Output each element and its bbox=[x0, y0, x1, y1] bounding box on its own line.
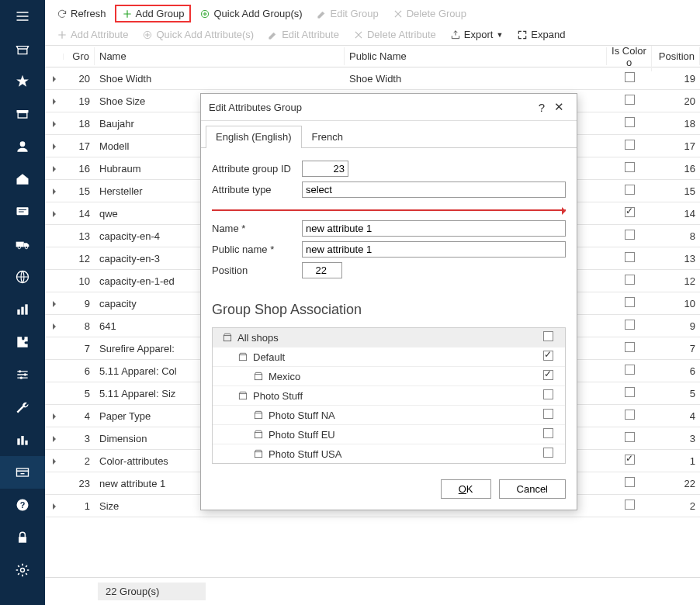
svg-rect-30 bbox=[255, 433, 262, 438]
shop-row[interactable]: All shops bbox=[213, 328, 565, 347]
wrench-icon[interactable] bbox=[0, 391, 45, 424]
expand-chevron-icon[interactable] bbox=[45, 208, 64, 220]
input-public-name[interactable] bbox=[302, 241, 566, 258]
user-icon[interactable] bbox=[0, 130, 45, 163]
cell-iscolor[interactable] bbox=[607, 275, 652, 287]
cell-iscolor[interactable] bbox=[607, 140, 652, 152]
shop-row[interactable]: Photo Stuff bbox=[213, 386, 565, 406]
cell-iscolor[interactable] bbox=[607, 207, 652, 220]
chart2-icon[interactable] bbox=[0, 424, 45, 456]
col-iscolor[interactable]: Is Color o bbox=[607, 46, 652, 71]
drawer-icon[interactable] bbox=[0, 456, 45, 489]
cell-iscolor[interactable] bbox=[607, 432, 652, 444]
cell-iscolor[interactable] bbox=[607, 72, 652, 85]
gear-icon[interactable] bbox=[0, 554, 45, 586]
col-gro[interactable]: Gro bbox=[64, 47, 95, 65]
cell-iscolor[interactable] bbox=[607, 297, 652, 309]
store-icon[interactable] bbox=[0, 33, 45, 65]
shop-checkbox[interactable] bbox=[537, 448, 559, 460]
star-icon[interactable] bbox=[0, 65, 45, 98]
refresh-label: Refresh bbox=[71, 8, 106, 19]
add-group-button[interactable]: Add Group bbox=[115, 5, 192, 22]
col-name[interactable]: Name bbox=[95, 47, 345, 65]
chart-icon[interactable] bbox=[0, 293, 45, 326]
cell-iscolor[interactable] bbox=[607, 252, 652, 264]
lock-icon[interactable] bbox=[0, 521, 45, 554]
shop-row[interactable]: Photo Stuff EU bbox=[213, 425, 565, 444]
expand-chevron-icon[interactable] bbox=[45, 320, 64, 332]
select-attr-type[interactable]: select bbox=[302, 182, 566, 198]
cell-iscolor[interactable] bbox=[607, 500, 652, 512]
shop-label-text: Default bbox=[253, 351, 285, 363]
cell-iscolor[interactable] bbox=[607, 185, 652, 197]
shop-row[interactable]: Default bbox=[213, 347, 565, 367]
ok-button[interactable]: OK bbox=[441, 479, 491, 499]
menu-icon[interactable] bbox=[0, 0, 45, 33]
cell-id: 10 bbox=[64, 275, 95, 287]
cell-iscolor[interactable] bbox=[607, 162, 652, 175]
cell-iscolor[interactable] bbox=[607, 230, 652, 242]
export-button[interactable]: Export ▼ bbox=[445, 26, 509, 43]
truck-icon[interactable] bbox=[0, 228, 45, 261]
expand-chevron-icon[interactable] bbox=[45, 73, 64, 85]
edit-group-button: Edit Group bbox=[311, 5, 384, 22]
cell-iscolor[interactable] bbox=[607, 365, 652, 377]
puzzle-icon[interactable] bbox=[0, 326, 45, 358]
col-position[interactable]: Position bbox=[652, 47, 700, 65]
expand-chevron-icon[interactable] bbox=[45, 298, 64, 309]
help-icon[interactable]: ? bbox=[0, 489, 45, 521]
cell-iscolor[interactable] bbox=[607, 410, 652, 422]
expand-chevron-icon[interactable] bbox=[45, 140, 64, 152]
input-position[interactable] bbox=[302, 262, 342, 278]
table-row[interactable]: 20Shoe WidthShoe Width19 bbox=[45, 67, 700, 90]
cell-iscolor[interactable] bbox=[607, 477, 652, 489]
shop-checkbox[interactable] bbox=[537, 389, 559, 402]
shop-checkbox[interactable] bbox=[537, 351, 559, 363]
shop-checkbox[interactable] bbox=[537, 428, 559, 441]
input-name[interactable] bbox=[302, 220, 566, 237]
expand-chevron-icon[interactable] bbox=[45, 500, 64, 512]
archive-icon[interactable] bbox=[0, 98, 45, 130]
delete-group-button: Delete Group bbox=[387, 5, 472, 22]
expand-chevron-icon[interactable] bbox=[45, 185, 64, 197]
dialog-close-icon[interactable]: ✕ bbox=[549, 100, 569, 114]
svg-rect-25 bbox=[224, 336, 230, 341]
svg-rect-28 bbox=[239, 394, 246, 399]
shop-checkbox[interactable] bbox=[537, 370, 559, 382]
cell-iscolor[interactable] bbox=[607, 320, 652, 332]
refresh-button[interactable]: Refresh bbox=[51, 5, 112, 22]
chat-icon[interactable] bbox=[0, 195, 45, 228]
tab-english[interactable]: English (English) bbox=[206, 126, 302, 148]
shop-row[interactable]: Mexico bbox=[213, 367, 565, 386]
input-attr-group-id[interactable] bbox=[302, 161, 348, 177]
quick-add-groups-button[interactable]: Quick Add Group(s) bbox=[194, 5, 307, 22]
shop-row[interactable]: Photo Stuff USA bbox=[213, 444, 565, 463]
shop-checkbox[interactable] bbox=[537, 331, 559, 344]
cell-iscolor[interactable] bbox=[607, 117, 652, 130]
cell-iscolor[interactable] bbox=[607, 95, 652, 107]
expand-chevron-icon[interactable] bbox=[45, 410, 64, 422]
shop-row[interactable]: Photo Stuff NA bbox=[213, 406, 565, 425]
globe-icon[interactable] bbox=[0, 261, 45, 293]
home-icon[interactable] bbox=[0, 163, 45, 195]
svg-rect-9 bbox=[21, 307, 23, 315]
cell-iscolor[interactable] bbox=[607, 455, 652, 467]
cell-id: 19 bbox=[64, 95, 95, 107]
cell-position: 13 bbox=[652, 253, 700, 264]
expand-chevron-icon[interactable] bbox=[45, 455, 64, 467]
dialog-help-icon[interactable]: ? bbox=[534, 101, 549, 114]
delete-attr-button: Delete Attribute bbox=[348, 26, 442, 43]
tab-french[interactable]: French bbox=[302, 126, 353, 147]
cell-id: 12 bbox=[64, 253, 95, 264]
expand-chevron-icon[interactable] bbox=[45, 163, 64, 175]
cancel-button[interactable]: Cancel bbox=[499, 479, 566, 499]
cell-iscolor[interactable] bbox=[607, 342, 652, 354]
expand-chevron-icon[interactable] bbox=[45, 118, 64, 130]
sliders-icon[interactable] bbox=[0, 358, 45, 391]
expand-chevron-icon[interactable] bbox=[45, 95, 64, 107]
shop-checkbox[interactable] bbox=[537, 409, 559, 421]
expand-button[interactable]: Expand bbox=[511, 26, 570, 43]
expand-chevron-icon[interactable] bbox=[45, 433, 64, 444]
col-public[interactable]: Public Name bbox=[345, 47, 607, 65]
cell-iscolor[interactable] bbox=[607, 387, 652, 399]
